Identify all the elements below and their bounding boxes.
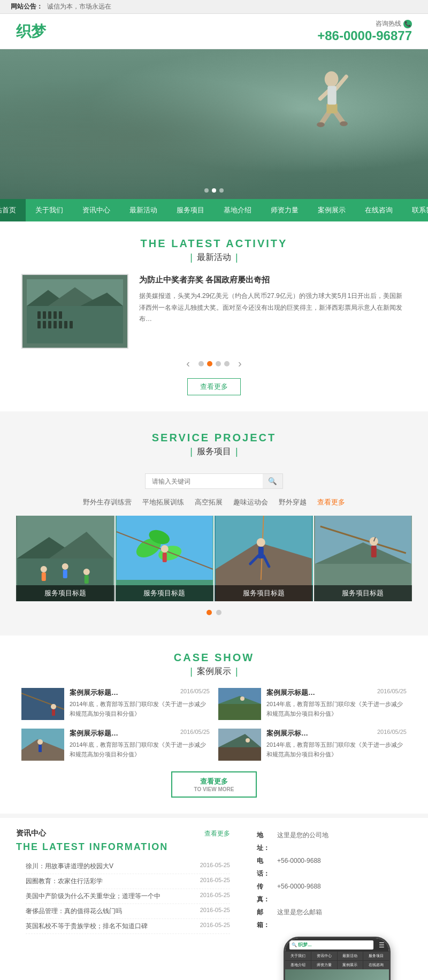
contact-info: 地址： 这里是您的公司地 电话： +56-0000-9688 传真： +56-0…: [257, 829, 417, 931]
news-mobile-section: 资讯中心 查看更多 THE LATEST INFORMATION 徐川：用故事讲…: [0, 818, 428, 980]
activity-dot-1[interactable]: [198, 361, 204, 366]
case-en-title: CASE SHOW: [0, 652, 428, 664]
divider-3: [0, 814, 428, 818]
case-section: CASE SHOW 案例展示 案例展示标题… 2016/05/25 2014年底…: [0, 636, 428, 814]
activity-prev-arrow[interactable]: ‹: [186, 357, 190, 370]
news-more-link[interactable]: 查看更多: [204, 829, 230, 838]
news-title-3[interactable]: 美国中产阶级为什么不关重华业；道理等一个中: [26, 892, 195, 901]
svg-rect-16: [37, 311, 41, 319]
case-title-1[interactable]: 案例展示标题…: [70, 688, 118, 698]
service-label-1: 服务项目标题: [16, 585, 114, 601]
phone-search-box[interactable]: 🔍 织梦...: [289, 940, 373, 950]
tag-highalt[interactable]: 高空拓展: [195, 497, 223, 507]
service-item-4[interactable]: 服务项目标题: [314, 516, 412, 601]
phone-nav-cases[interactable]: 案例展示: [338, 961, 363, 969]
nav-item-about[interactable]: 关于我们: [26, 199, 73, 221]
svg-rect-10: [327, 86, 337, 105]
announce-bar: 网站公告： 诚信为本，市场永远在: [0, 0, 428, 14]
case-thumb-3: [21, 729, 64, 761]
activity-view-more[interactable]: 查看更多: [187, 378, 241, 395]
svg-rect-17: [43, 311, 46, 319]
activity-desc: 据美媒报道，头奖为4.29亿美元（约合人民币27.9亿元）的强力球大奖5月1日开…: [139, 290, 407, 325]
case-title-4[interactable]: 案例展示标…: [266, 729, 308, 738]
tag-outdoor[interactable]: 野外穿越: [279, 497, 307, 507]
phone-nav-activity[interactable]: 最新活动: [338, 952, 363, 960]
news-title-1[interactable]: 徐川：用故事讲道理的校园大V: [26, 862, 195, 871]
activity-dots: [198, 361, 230, 366]
phone-menu-icon[interactable]: ☰: [379, 941, 385, 949]
service-item-1[interactable]: 服务项目标题: [16, 516, 114, 601]
phone-nav-base[interactable]: 基地介绍: [285, 961, 311, 969]
case-date-4: 2016/05/25: [377, 729, 407, 738]
banner-dot-3[interactable]: [219, 188, 224, 193]
case-date-2: 2016/05/25: [377, 688, 407, 698]
service-item-3[interactable]: 服务项目标题: [215, 516, 313, 601]
activity-title[interactable]: 为防止中奖者弃奖 各国政府屡出奇招: [139, 274, 407, 285]
service-item-2[interactable]: 服务项目标题: [116, 516, 214, 601]
tag-fun[interactable]: 趣味运动会: [233, 497, 268, 507]
svg-rect-59: [371, 546, 376, 557]
tag-flat[interactable]: 平地拓展训练: [142, 497, 184, 507]
nav-item-activity[interactable]: 最新活动: [120, 199, 167, 221]
service-search-button[interactable]: 🔍: [263, 473, 283, 489]
nav-item-teachers[interactable]: 师资力量: [261, 199, 308, 221]
case-title-3[interactable]: 案例展示标题…: [70, 729, 118, 738]
nav-item-contact[interactable]: 联系我们: [402, 199, 428, 221]
phone-nav-news[interactable]: 资讯中心: [311, 952, 337, 960]
phone-screen: 🔍 织梦... ☰ 关于我们 资讯中心 最新活动 服务项目 基地介绍 师资力量 …: [285, 938, 389, 980]
svg-point-63: [51, 704, 56, 709]
svg-rect-23: [48, 321, 51, 328]
news-part: 资讯中心 查看更多 THE LATEST INFORMATION 徐川：用故事讲…: [0, 818, 246, 980]
news-en-title: THE LATEST INFORMATION: [16, 841, 230, 853]
svg-rect-35: [63, 570, 67, 578]
news-title-5[interactable]: 英国私校不等于贵族学校；排名不知道口碑: [26, 922, 195, 931]
activity-dot-2[interactable]: [207, 361, 212, 366]
phone-nav-consult[interactable]: 在线咨询: [363, 961, 389, 969]
phone-nav-about[interactable]: 关于我们: [285, 952, 311, 960]
svg-rect-21: [37, 321, 41, 328]
case-date-3: 2016/05/25: [180, 729, 210, 738]
hotline: 咨询热线 📞 +86-0000-96877: [317, 19, 412, 43]
logo[interactable]: 织梦: [16, 21, 46, 42]
announce-label: 网站公告：: [11, 2, 43, 11]
service-search: 🔍: [0, 473, 428, 489]
activity-dot-4[interactable]: [224, 361, 230, 366]
phone-nav-service[interactable]: 服务项目: [363, 952, 389, 960]
svg-point-44: [160, 545, 168, 553]
phone-mockup: 🔍 织梦... ☰ 关于我们 资讯中心 最新活动 服务项目 基地介绍 师资力量 …: [284, 937, 391, 980]
news-item-3: 美国中产阶级为什么不关重华业；道理等一个中 2016-05-25: [26, 889, 230, 904]
case-thumb-1: [21, 688, 64, 720]
nav-item-news[interactable]: 资讯中心: [73, 199, 120, 221]
case-more-button[interactable]: 查看更多 TO VIEW MORE: [171, 771, 257, 798]
svg-rect-26: [64, 321, 67, 328]
nav-item-cases[interactable]: 案例展示: [308, 199, 355, 221]
case-title-2[interactable]: 案例展示标题…: [266, 688, 315, 698]
svg-point-72: [37, 739, 43, 745]
service-search-input[interactable]: [145, 473, 263, 489]
activity-en-title: THE LATEST ACTIVITY: [0, 238, 428, 250]
news-date-1: 2016-05-25: [200, 862, 230, 871]
service-dot-1[interactable]: [207, 610, 212, 615]
service-grid: 服务项目标题 服务项目标题: [0, 516, 428, 601]
activity-image: [21, 274, 128, 349]
tag-wilderness[interactable]: 野外生存训练营: [83, 497, 132, 507]
tag-more[interactable]: 查看更多: [317, 497, 345, 507]
svg-point-50: [257, 538, 265, 547]
activity-nav: ‹ ›: [0, 357, 428, 370]
news-title-2[interactable]: 园囿教育：农家住行活彩学: [26, 877, 195, 886]
service-dot-2[interactable]: [216, 610, 221, 615]
nav-item-home[interactable]: 网站首页: [0, 199, 26, 221]
activity-next-arrow[interactable]: ›: [238, 357, 242, 370]
nav-item-service[interactable]: 服务项目: [167, 199, 214, 221]
nav-item-base[interactable]: 基地介绍: [214, 199, 261, 221]
activity-dot-3[interactable]: [216, 361, 221, 366]
contact-email-row: 邮箱： 这里是您么邮箱: [257, 906, 417, 931]
news-title-4[interactable]: 奢侈品管理：真的值得花么钱门吗: [26, 907, 195, 916]
banner-dot-2[interactable]: [212, 188, 216, 193]
hero-banner: [0, 49, 428, 199]
contact-phone-row: 电话： +56-0000-9688: [257, 854, 417, 880]
banner-dot-1[interactable]: [204, 188, 209, 193]
phone-nav-teachers[interactable]: 师资力量: [311, 961, 337, 969]
nav-item-consult[interactable]: 在线咨询: [355, 199, 402, 221]
case-zh-title: 案例展示: [0, 666, 428, 677]
